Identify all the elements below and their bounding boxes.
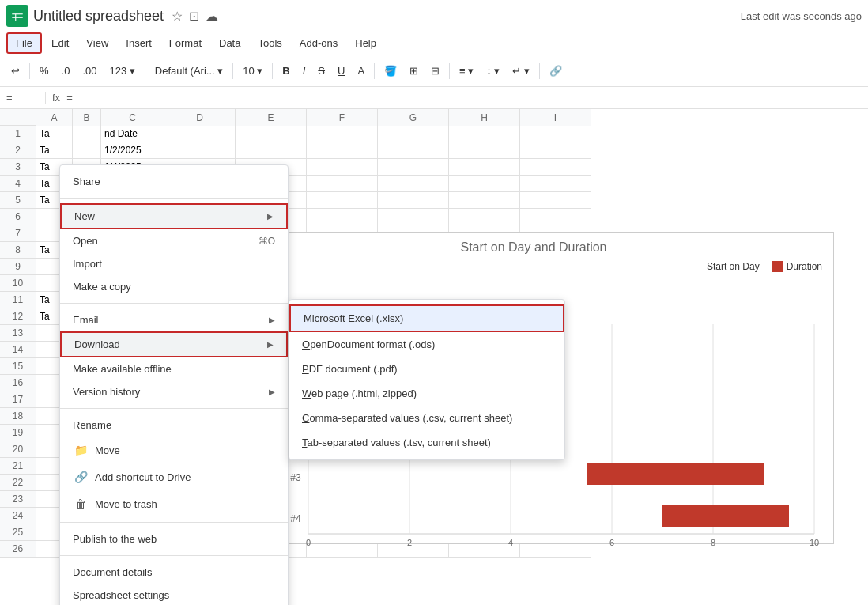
decimal0-button[interactable]: .0 (57, 62, 75, 79)
grid-cell[interactable] (307, 176, 378, 192)
row-number: 7 (0, 225, 36, 242)
menu-insert[interactable]: Insert (118, 34, 160, 52)
menu-addons[interactable]: Add-ons (292, 34, 345, 52)
menu-edit[interactable]: Edit (43, 34, 77, 52)
menu-open[interactable]: Open ⌘O (60, 229, 288, 252)
menu-new[interactable]: New ▶ (60, 203, 288, 229)
row-number: 18 (0, 408, 36, 425)
download-html[interactable]: Web page (.html, zipped) (289, 381, 564, 406)
merge-button[interactable]: ⊟ (426, 62, 444, 79)
download-pdf[interactable]: PDF document (.pdf) (289, 357, 564, 381)
fill-color-button[interactable]: 🪣 (379, 62, 402, 79)
menu-share[interactable]: Share (60, 170, 288, 193)
download-csv[interactable]: Comma-separated values (.csv, current sh… (289, 406, 564, 430)
menu-tools[interactable]: Tools (250, 34, 289, 52)
menu-data[interactable]: Data (211, 34, 248, 52)
grid-cell[interactable] (307, 126, 378, 142)
download-excel[interactable]: Microsoft Excel (.xlsx) (289, 304, 564, 332)
star-icon[interactable]: ☆ (172, 9, 183, 24)
download-excel-label: Microsoft Excel (.xlsx) (304, 312, 403, 324)
grid-cell[interactable] (378, 209, 449, 225)
italic-button[interactable]: I (298, 62, 311, 79)
grid-cell[interactable] (164, 142, 236, 159)
grid-cell[interactable]: nd Date (101, 126, 164, 142)
format123-button[interactable]: 123 ▾ (104, 62, 139, 79)
grid-cell[interactable] (73, 126, 101, 142)
menu-version-history[interactable]: Version history ▶ (60, 380, 288, 403)
grid-cell[interactable]: Ta (36, 126, 73, 142)
grid-cell[interactable] (307, 192, 378, 209)
font-size-select[interactable]: 10 ▾ (238, 62, 267, 79)
text-color-button[interactable]: A (353, 62, 369, 79)
align-button[interactable]: ≡ ▾ (455, 62, 478, 79)
grid-cell[interactable] (378, 159, 449, 176)
menu-download[interactable]: Download ▶ (60, 331, 288, 357)
grid-cell[interactable] (307, 209, 378, 225)
grid-cell[interactable]: 1/2/2025 (101, 142, 164, 159)
col-header-a: A (36, 109, 73, 126)
bar-task4 (662, 505, 789, 527)
grid-cell[interactable] (449, 176, 520, 192)
grid-cell[interactable] (520, 126, 591, 142)
row-number: 5 (0, 192, 36, 209)
grid-cell[interactable] (307, 159, 378, 176)
menu-add-shortcut[interactable]: 🔗 Add shortcut to Drive (60, 463, 288, 490)
rename-label: Rename (73, 419, 111, 431)
strikethrough-button[interactable]: S (313, 62, 330, 79)
link-button[interactable]: 🔗 (545, 62, 567, 79)
menu-doc-details[interactable]: Document details (60, 561, 288, 584)
grid-cell[interactable] (449, 192, 520, 209)
decimal00-button[interactable]: .00 (77, 62, 101, 79)
add-shortcut-icon: 🔗 (73, 469, 89, 485)
menu-publish[interactable]: Publish to the web (60, 527, 288, 550)
grid-cell[interactable] (378, 126, 449, 142)
dropdown-sep-1 (60, 198, 288, 199)
grid-cell[interactable] (449, 159, 520, 176)
menu-available-offline[interactable]: Make available offline (60, 357, 288, 380)
menu-import[interactable]: Import (60, 252, 288, 275)
grid-cell[interactable] (520, 209, 591, 225)
grid-cell[interactable] (236, 142, 307, 159)
menu-view[interactable]: View (78, 34, 116, 52)
grid-cell[interactable] (236, 126, 307, 142)
grid-cell[interactable] (520, 192, 591, 209)
valign-button[interactable]: ↕ ▾ (481, 62, 504, 79)
underline-button[interactable]: U (333, 62, 349, 79)
wrap-button[interactable]: ↵ ▾ (508, 62, 534, 79)
grid-cell[interactable] (378, 192, 449, 209)
grid-cell[interactable] (449, 142, 520, 159)
percent-button[interactable]: % (35, 62, 54, 79)
menu-make-copy[interactable]: Make a copy (60, 275, 288, 298)
menu-trash[interactable]: 🗑 Move to trash (60, 490, 288, 517)
cloud-icon[interactable]: ☁ (206, 9, 218, 24)
grid-cell[interactable] (378, 142, 449, 159)
grid-cell[interactable] (73, 142, 101, 159)
grid-cell[interactable]: Ta (36, 142, 73, 159)
menu-format[interactable]: Format (161, 34, 209, 52)
borders-button[interactable]: ⊞ (405, 62, 423, 79)
menu-email[interactable]: Email ▶ (60, 308, 288, 331)
grid-cell[interactable] (449, 126, 520, 142)
available-offline-label: Make available offline (73, 363, 172, 375)
font-select[interactable]: Default (Ari... ▾ (150, 62, 228, 79)
grid-cell[interactable] (378, 176, 449, 192)
grid-cell[interactable] (449, 209, 520, 225)
bold-button[interactable]: B (277, 62, 294, 79)
grid-cell[interactable] (520, 176, 591, 192)
download-ods[interactable]: OpenDocument format (.ods) (289, 332, 564, 357)
menu-file[interactable]: File (6, 32, 42, 54)
grid-cell[interactable] (520, 142, 591, 159)
menu-rename[interactable]: Rename (60, 414, 288, 437)
undo-button[interactable]: ↩ (6, 62, 25, 79)
row-number: 9 (0, 259, 36, 275)
location-icon[interactable]: ⊡ (189, 9, 199, 24)
menu-move[interactable]: 📁 Move (60, 437, 288, 463)
menu-spreadsheet-settings[interactable]: Spreadsheet settings (60, 584, 288, 605)
grid-cell[interactable] (164, 126, 236, 142)
grid-cell[interactable] (520, 159, 591, 176)
download-tsv[interactable]: Tab-separated values (.tsv, current shee… (289, 430, 564, 455)
menu-help[interactable]: Help (347, 34, 384, 52)
col-header-g: G (378, 109, 449, 126)
toolbar-separator-3 (232, 63, 233, 79)
grid-cell[interactable] (307, 142, 378, 159)
